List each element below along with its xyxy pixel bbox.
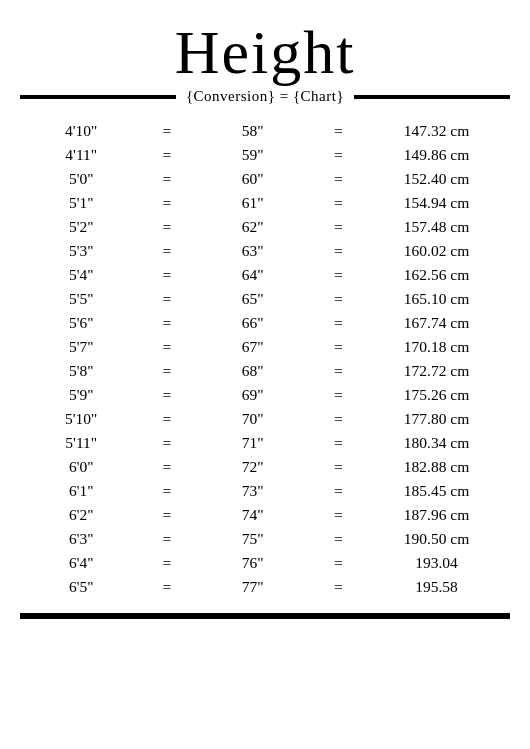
table-row: 6'3"=75"=190.50 cm xyxy=(20,527,510,551)
table-row: 5'7"=67"=170.18 cm xyxy=(20,335,510,359)
table-row: 6'5"=77"=195.58 xyxy=(20,575,510,599)
table-row: 5'4"=64"=162.56 cm xyxy=(20,263,510,287)
table-row: 6'0"=72"=182.88 cm xyxy=(20,455,510,479)
table-row: 6'1"=73"=185.45 cm xyxy=(20,479,510,503)
table-row: 6'4"=76"=193.04 xyxy=(20,551,510,575)
table-row: 5'6"=66"=167.74 cm xyxy=(20,311,510,335)
divider-section: {Conversion} = {Chart} xyxy=(20,88,510,105)
conversion-table: 4'10"=58"=147.32 cm4'11"=59"=149.86 cm5'… xyxy=(20,119,510,599)
table-row: 5'9"=69"=175.26 cm xyxy=(20,383,510,407)
divider-line-left xyxy=(20,95,176,99)
divider-line-right xyxy=(354,95,510,99)
table-row: 5'0"=60"=152.40 cm xyxy=(20,167,510,191)
page-title: Height xyxy=(20,18,510,86)
table-row: 5'1"=61"=154.94 cm xyxy=(20,191,510,215)
table-row: 5'3"=63"=160.02 cm xyxy=(20,239,510,263)
subtitle: {Conversion} = {Chart} xyxy=(176,88,354,105)
table-row: 5'2"=62"=157.48 cm xyxy=(20,215,510,239)
table-row: 5'5"=65"=165.10 cm xyxy=(20,287,510,311)
table-row: 4'10"=58"=147.32 cm xyxy=(20,119,510,143)
bottom-bar xyxy=(20,613,510,619)
page: Height {Conversion} = {Chart} 4'10"=58"=… xyxy=(0,0,530,639)
table-row: 4'11"=59"=149.86 cm xyxy=(20,143,510,167)
table-row: 5'10"=70"=177.80 cm xyxy=(20,407,510,431)
table-row: 5'11"=71"=180.34 cm xyxy=(20,431,510,455)
table-row: 6'2"=74"=187.96 cm xyxy=(20,503,510,527)
table-row: 5'8"=68"=172.72 cm xyxy=(20,359,510,383)
